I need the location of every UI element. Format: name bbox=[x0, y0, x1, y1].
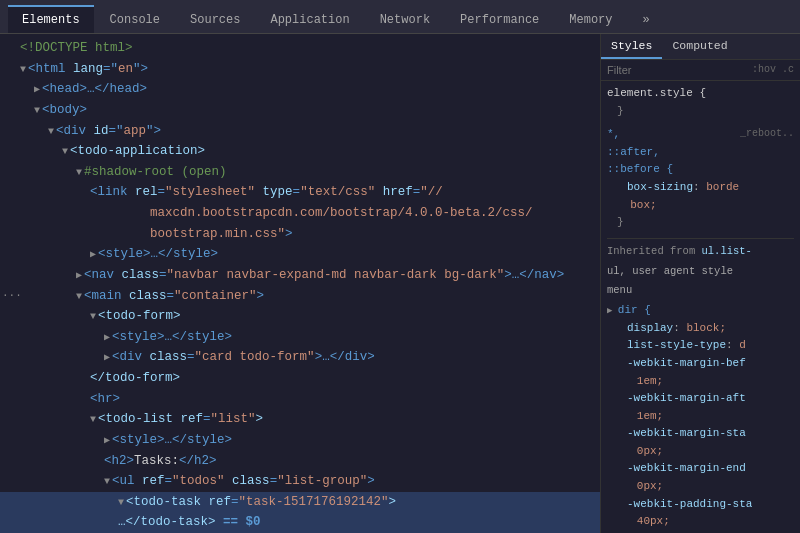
div-card-line: <div class="card todo-form">…</div> bbox=[0, 347, 600, 368]
todo-task-1-end[interactable]: …</todo-task> == $0 bbox=[0, 512, 600, 533]
tab-styles[interactable]: Styles bbox=[601, 34, 662, 59]
tab-sources[interactable]: Sources bbox=[176, 5, 254, 33]
style-collapsed2: <style>…</style> bbox=[0, 327, 600, 348]
style-collapsed1: <style>…</style> bbox=[0, 244, 600, 265]
element-style-close: } bbox=[607, 103, 794, 121]
inherited-header-1: Inherited from ul.list- bbox=[607, 238, 794, 260]
styles-tabbar: Styles Computed bbox=[601, 34, 800, 60]
head-line: <head>…</head> bbox=[0, 79, 600, 100]
todo-task-1[interactable]: <todo-task ref="task-1517176192142"> bbox=[0, 492, 600, 513]
nav-triangle[interactable] bbox=[76, 270, 82, 281]
display-prop: display: block; bbox=[607, 320, 794, 338]
todo-app-open: <todo-application> bbox=[0, 141, 600, 162]
devtools-tabbar: Elements Console Sources Application Net… bbox=[0, 0, 800, 34]
div-card-triangle[interactable] bbox=[104, 352, 110, 363]
inherited-menu: menu bbox=[607, 282, 794, 299]
hr-line: <hr> bbox=[0, 389, 600, 410]
shadow-triangle[interactable] bbox=[76, 167, 82, 178]
filter-input[interactable] bbox=[607, 64, 752, 76]
reboot-source: _reboot.. bbox=[740, 126, 794, 144]
todo-form-open: <todo-form> bbox=[0, 306, 600, 327]
task1-triangle[interactable] bbox=[118, 497, 124, 508]
padding-sta-prop: -webkit-padding-sta bbox=[607, 496, 794, 514]
ul-todos: <ul ref="todos" class="list-group"> bbox=[0, 471, 600, 492]
main-triangle[interactable] bbox=[76, 291, 82, 302]
shadow-root: #shadow-root (open) bbox=[0, 162, 600, 183]
div-app-triangle[interactable] bbox=[48, 126, 54, 137]
html-open: <html lang="en"> bbox=[0, 59, 600, 80]
styles-content: element.style { } *, _reboot.. ::after, … bbox=[601, 81, 800, 533]
main-open: <main class="container"> bbox=[0, 286, 600, 307]
elements-panel[interactable]: ... <!DOCTYPE html> <html lang="en"> <he… bbox=[0, 34, 600, 533]
list-style-prop: list-style-type: d bbox=[607, 337, 794, 355]
todo-app-triangle[interactable] bbox=[62, 146, 68, 157]
body-triangle[interactable] bbox=[34, 105, 40, 116]
tab-memory[interactable]: Memory bbox=[555, 5, 626, 33]
box-value: box; bbox=[607, 197, 794, 215]
inherited-sub-1: ul, user agent style bbox=[607, 263, 794, 280]
styles-panel: Styles Computed :hov .c element.style { … bbox=[600, 34, 800, 533]
tab-console[interactable]: Console bbox=[96, 5, 174, 33]
style3-triangle[interactable] bbox=[104, 435, 110, 446]
universal-selector-row: *, _reboot.. bbox=[607, 126, 794, 144]
tab-computed[interactable]: Computed bbox=[662, 34, 737, 59]
universal-rule: *, _reboot.. ::after, ::before { box-siz… bbox=[607, 126, 794, 232]
universal-close: } bbox=[607, 214, 794, 232]
head-triangle[interactable] bbox=[34, 84, 40, 95]
style-collapsed3: <style>…</style> bbox=[0, 430, 600, 451]
margin-end-prop: -webkit-margin-end bbox=[607, 460, 794, 478]
margin-bef-prop: -webkit-margin-bef bbox=[607, 355, 794, 373]
devtools-body: ... <!DOCTYPE html> <html lang="en"> <he… bbox=[0, 34, 800, 533]
body-open: <body> bbox=[0, 100, 600, 121]
box-sizing-prop: box-sizing: borde bbox=[607, 179, 794, 197]
tab-performance[interactable]: Performance bbox=[446, 5, 553, 33]
before-selector: ::before { bbox=[607, 161, 794, 179]
margin-sta-prop: -webkit-margin-sta bbox=[607, 425, 794, 443]
todo-form-close: </todo-form> bbox=[0, 368, 600, 389]
link-line1: <link rel="stylesheet" type="text/css" h… bbox=[0, 182, 600, 244]
style1-triangle[interactable] bbox=[90, 249, 96, 260]
todo-list-triangle[interactable] bbox=[90, 414, 96, 425]
after-selector: ::after, bbox=[607, 144, 794, 162]
ellipsis: ... bbox=[2, 284, 22, 302]
doctype-line: <!DOCTYPE html> bbox=[0, 38, 600, 59]
todo-list-open: <todo-list ref="list"> bbox=[0, 409, 600, 430]
element-style-selector: element.style { bbox=[607, 85, 794, 103]
tab-more[interactable]: » bbox=[629, 5, 664, 33]
tab-application[interactable]: Application bbox=[256, 5, 363, 33]
todo-form-triangle[interactable] bbox=[90, 311, 96, 322]
h2-tasks: <h2>Tasks:</h2> bbox=[0, 451, 600, 472]
style2-triangle[interactable] bbox=[104, 332, 110, 343]
doctype-text: <!DOCTYPE html> bbox=[20, 41, 133, 55]
div-app-open: <div id="app"> bbox=[0, 121, 600, 142]
dir-rule: ▶ dir { display: block; list-style-type:… bbox=[607, 302, 794, 531]
ul-triangle[interactable] bbox=[104, 476, 110, 487]
filter-bar: :hov .c bbox=[601, 60, 800, 81]
tab-elements[interactable]: Elements bbox=[8, 5, 94, 33]
dir-selector: ▶ dir { bbox=[607, 302, 794, 320]
tab-network[interactable]: Network bbox=[366, 5, 444, 33]
filter-hint: :hov .c bbox=[752, 64, 794, 76]
nav-line: <nav class="navbar navbar-expand-md navb… bbox=[0, 265, 600, 286]
html-triangle[interactable] bbox=[20, 64, 26, 75]
element-style-rule: element.style { } bbox=[607, 85, 794, 120]
margin-aft-prop: -webkit-margin-aft bbox=[607, 390, 794, 408]
